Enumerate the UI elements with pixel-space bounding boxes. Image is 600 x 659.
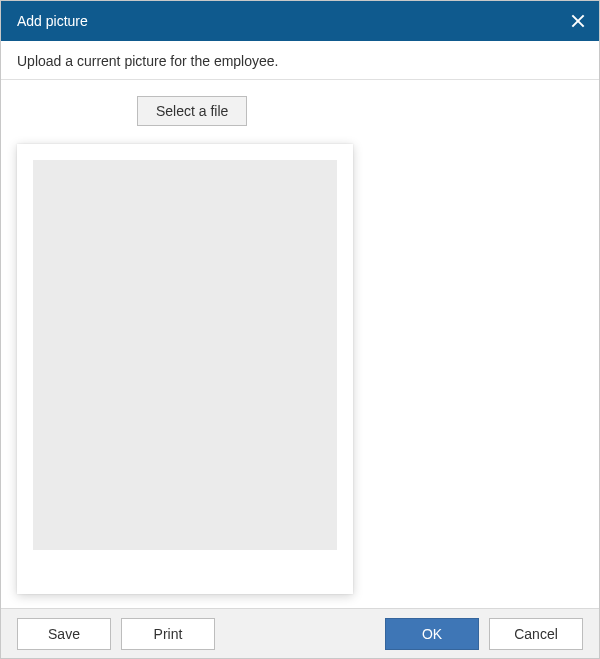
print-button[interactable]: Print [121, 618, 215, 650]
ok-button[interactable]: OK [385, 618, 479, 650]
cancel-button[interactable]: Cancel [489, 618, 583, 650]
image-preview-placeholder [33, 160, 337, 550]
preview-area [1, 134, 599, 608]
dialog-title: Add picture [17, 13, 88, 29]
close-icon[interactable] [571, 14, 585, 28]
image-preview-card [17, 144, 353, 594]
instruction-text: Upload a current picture for the employe… [1, 41, 599, 80]
file-select-row: Select a file [1, 80, 599, 134]
select-file-button[interactable]: Select a file [137, 96, 247, 126]
dialog-footer: Save Print OK Cancel [1, 608, 599, 658]
add-picture-dialog: Add picture Upload a current picture for… [0, 0, 600, 659]
dialog-content[interactable]: Upload a current picture for the employe… [1, 41, 599, 608]
save-button[interactable]: Save [17, 618, 111, 650]
dialog-titlebar: Add picture [1, 1, 599, 41]
